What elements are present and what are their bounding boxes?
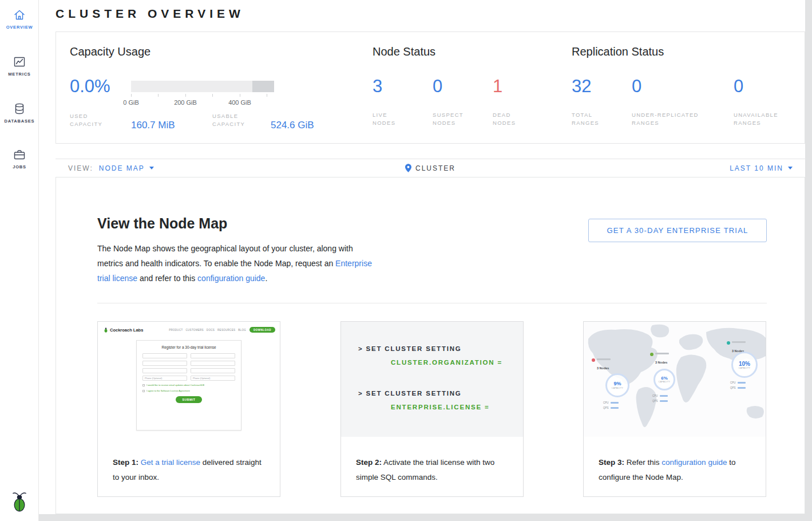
unavailable-ranges-value: 0 bbox=[734, 77, 778, 96]
configuration-guide-link[interactable]: configuration guide bbox=[197, 274, 265, 283]
step-1-caption: Step 1: Get a trial license delivered st… bbox=[98, 437, 280, 485]
axis-tick bbox=[212, 94, 213, 97]
replication-status-title: Replication Status bbox=[572, 45, 664, 58]
mini-checkbox-row: I would like to receive email updates ab… bbox=[142, 384, 235, 386]
locality-dot-icon bbox=[650, 353, 653, 356]
total-ranges-label: TOTAL RANGES bbox=[572, 111, 599, 127]
under-replicated-ranges-label: UNDER-REPLICATED RANGES bbox=[632, 111, 699, 127]
under-replicated-ranges-value: 0 bbox=[632, 77, 699, 96]
replication-status-section: Replication Status 32 TOTAL RANGES 0 UND… bbox=[572, 45, 664, 58]
under-replicated-ranges-stat: 0 UNDER-REPLICATED RANGES bbox=[632, 77, 699, 127]
sidebar-item-databases[interactable]: DATABASES bbox=[0, 102, 39, 124]
qps-stat-row: QPS bbox=[603, 406, 619, 409]
configuration-guide-link[interactable]: configuration guide bbox=[662, 458, 727, 467]
axis-tick-label: 200 GiB bbox=[174, 99, 197, 106]
node-status-section: Node Status 3 LIVE NODES 0 SUSPECT NODES bbox=[373, 45, 435, 58]
node-map-title: View the Node Map bbox=[97, 215, 227, 232]
trial-license-site-screenshot: Cockroach Labs PRODUCT CUSTOMERS DOCS RE… bbox=[98, 322, 280, 437]
locality-badge: 3 Nodes bbox=[650, 353, 669, 366]
home-icon bbox=[0, 8, 39, 22]
database-icon bbox=[0, 102, 39, 116]
axis-tick bbox=[240, 94, 240, 97]
view-mode-dropdown[interactable]: NODE MAP bbox=[99, 164, 154, 172]
used-capacity-label: USED CAPACITY bbox=[70, 112, 102, 128]
used-capacity-value: 160.7 MiB bbox=[131, 120, 175, 131]
cpu-stat-row: CPU bbox=[652, 394, 668, 397]
form-field bbox=[142, 361, 187, 366]
time-range-dropdown[interactable]: LAST 10 MIN bbox=[730, 164, 805, 172]
mini-form-fields: Phone (Optional) Phone (Optional) bbox=[142, 353, 235, 381]
main-content: CLUSTER OVERVIEW Capacity Usage 0.0% 0 G… bbox=[39, 0, 805, 514]
mini-site-nav: PRODUCT CUSTOMERS DOCS RESOURCES BLOG bbox=[169, 329, 246, 331]
suspect-nodes-label: SUSPECT NODES bbox=[433, 111, 464, 127]
sidebar-item-label: METRICS bbox=[0, 72, 39, 77]
qps-stat-row: QPS bbox=[730, 386, 746, 389]
cluster-summary-panel: Capacity Usage 0.0% 0 GiB 200 GiB 400 Gi… bbox=[56, 31, 805, 144]
mini-registration-form: Register for a 30-day trial license Phon… bbox=[136, 340, 241, 431]
chevron-down-icon bbox=[149, 167, 154, 169]
locality-name bbox=[732, 341, 746, 343]
axis-tick bbox=[131, 94, 132, 97]
mini-checkbox-row: I agree to the Software License Agreemen… bbox=[142, 389, 235, 392]
live-nodes-stat: 3 LIVE NODES bbox=[373, 77, 395, 127]
step-1-card: Cockroach Labs PRODUCT CUSTOMERS DOCS RE… bbox=[97, 321, 280, 497]
cpu-stat-row: CPU bbox=[730, 381, 746, 384]
live-nodes-label: LIVE NODES bbox=[373, 111, 395, 127]
capacity-gauge: 9% CAPACITY bbox=[605, 373, 629, 397]
total-ranges-stat: 32 TOTAL RANGES bbox=[572, 77, 599, 127]
dead-nodes-stat: 1 DEAD NODES bbox=[493, 77, 516, 127]
capacity-usage-section: Capacity Usage 0.0% 0 GiB 200 GiB 400 Gi… bbox=[70, 45, 344, 136]
locality-dot-icon bbox=[592, 358, 595, 362]
sidebar-item-metrics[interactable]: METRICS bbox=[0, 55, 39, 77]
dead-nodes-value: 1 bbox=[493, 77, 516, 96]
total-ranges-value: 32 bbox=[572, 77, 599, 96]
mini-download-button: DOWNLOAD bbox=[249, 327, 275, 333]
suspect-nodes-value: 0 bbox=[433, 77, 464, 96]
axis-tick-label: 0 GiB bbox=[123, 99, 139, 106]
sidebar-item-label: JOBS bbox=[0, 164, 39, 169]
live-nodes-value: 3 bbox=[373, 77, 395, 96]
node-map-description: The Node Map shows the geographical layo… bbox=[97, 241, 375, 286]
step-3-card: 3 Nodes 3 Nodes 3 Nodes 9% CAPACI bbox=[583, 321, 766, 497]
capacity-bar-chart bbox=[131, 81, 274, 92]
capacity-usage-title: Capacity Usage bbox=[70, 45, 344, 58]
locality-dot-icon bbox=[727, 341, 730, 345]
sql-commands-block: > SET CLUSTER SETTING CLUSTER.ORGANIZATI… bbox=[341, 322, 523, 437]
qps-stat-row: QPS bbox=[652, 400, 668, 402]
form-field bbox=[191, 353, 235, 358]
checkbox-icon bbox=[142, 390, 145, 392]
enterprise-trial-button[interactable]: GET A 30-DAY ENTERPRISE TRIAL bbox=[588, 219, 767, 242]
node-map-panel: View the Node Map GET A 30-DAY ENTERPRIS… bbox=[56, 177, 805, 514]
capacity-gauge: 10% CAPACITY bbox=[731, 352, 758, 378]
admin-ui-page: OVERVIEW METRICS DATABASES JOBS bbox=[0, 0, 812, 521]
sidebar-item-overview[interactable]: OVERVIEW bbox=[0, 8, 39, 30]
sidebar-item-jobs[interactable]: JOBS bbox=[0, 148, 39, 169]
view-toolbar: VIEW: NODE MAP CLUSTER LAST 10 MIN bbox=[56, 159, 805, 177]
briefcase-icon bbox=[0, 148, 39, 161]
checkbox-icon bbox=[142, 384, 145, 386]
cluster-breadcrumb: CLUSTER bbox=[405, 164, 455, 172]
capacity-gauge: 6% CAPACITY bbox=[653, 369, 675, 390]
cockroachdb-logo[interactable] bbox=[0, 491, 39, 514]
locality-badge: 3 Nodes bbox=[592, 358, 611, 372]
get-trial-license-link[interactable]: Get a trial license bbox=[141, 458, 200, 467]
step-2-caption: Step 2: Activate the trial license with … bbox=[341, 437, 523, 485]
sidebar-item-label: OVERVIEW bbox=[0, 25, 39, 30]
page-title: CLUSTER OVERVIEW bbox=[56, 7, 244, 21]
unavailable-ranges-stat: 0 UNAVAILABLE RANGES bbox=[734, 77, 778, 127]
mini-form-title: Register for a 30-day trial license bbox=[142, 345, 235, 349]
axis-tick bbox=[267, 94, 267, 97]
location-pin-icon bbox=[405, 164, 411, 172]
phone-field: Phone (Optional) bbox=[142, 376, 187, 381]
usable-capacity-value: 524.6 GiB bbox=[271, 120, 314, 131]
cpu-stat-row: CPU bbox=[603, 401, 619, 404]
mini-site-brand: Cockroach Labs bbox=[110, 327, 143, 333]
locality-name bbox=[655, 353, 669, 354]
step-3-caption: Step 3: Refer this configuration guide t… bbox=[584, 437, 766, 485]
metrics-chart-icon bbox=[0, 55, 39, 69]
view-label: VIEW: bbox=[68, 164, 93, 172]
sidebar: OVERVIEW METRICS DATABASES JOBS bbox=[0, 0, 39, 521]
form-field bbox=[191, 361, 235, 366]
form-field bbox=[191, 368, 235, 373]
form-field bbox=[142, 368, 187, 373]
